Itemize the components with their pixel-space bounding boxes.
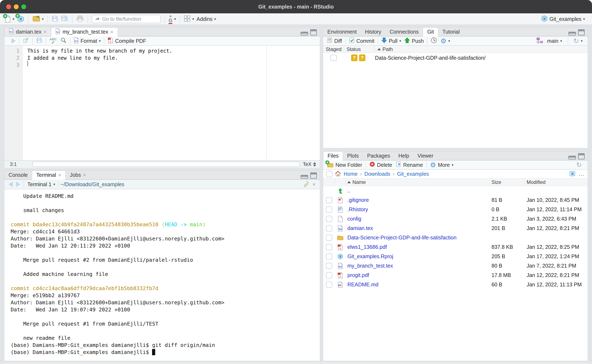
save-button[interactable] [50,14,60,24]
file-row[interactable]: Aelws1_13686.pdf837.8 KBJan 12, 2022, 8:… [323,242,588,252]
file-name-link[interactable]: README.md [346,282,490,288]
close-tab-icon[interactable]: × [43,29,47,34]
open-file-button[interactable]: ▾ [31,14,45,24]
breadcrumb-home[interactable]: Home [344,171,358,177]
tab-tutorial[interactable]: Tutorial [438,27,464,36]
delete-button[interactable]: Delete [368,161,394,169]
ellipsis-button[interactable]: ... [579,171,585,177]
file-type-selector[interactable]: TeX [303,161,320,167]
workspace-panes-button[interactable]: ▾ [183,14,195,24]
tab-viewer[interactable]: Viewer [413,151,438,160]
minimize-window-button[interactable] [14,4,19,9]
print-button[interactable] [75,14,85,24]
minimize-pane-button[interactable] [301,32,308,35]
breadcrumb-git-examples[interactable]: Git_examples [397,171,429,177]
spellcheck-button[interactable]: ABC✓ [48,38,59,45]
version-control-button[interactable]: +G ▾ [167,14,177,24]
file-checkbox[interactable] [326,254,332,260]
format-button[interactable]: TeX Format ▾ [72,37,103,45]
terminal-forward-button[interactable] [14,182,22,187]
tab-packages[interactable]: Packages [363,151,394,160]
maximize-pane-button[interactable] [578,29,585,35]
close-window-button[interactable] [6,4,11,9]
tab-my-branch-test-tex[interactable]: TeX my_branch_test.tex × [51,27,118,37]
maximize-pane-button[interactable] [578,153,585,159]
git-settings-button[interactable]: ⚙ ▾ [439,38,452,44]
popout-button[interactable] [21,37,31,45]
commit-button[interactable]: Commit [347,37,376,45]
close-tab-icon[interactable]: × [58,172,61,178]
column-staged[interactable]: Staged [323,46,344,52]
file-row[interactable]: Aprogit.pdf17.8 MBJan 12, 2022, 8:21 PM [323,271,588,280]
file-checkbox[interactable] [326,234,332,241]
new-file-button[interactable]: ▾ [3,14,16,24]
horizontal-scrollbar[interactable] [32,162,300,167]
save-all-button[interactable] [60,14,70,24]
history-button[interactable] [429,37,439,45]
file-checkbox[interactable] [326,197,332,203]
file-name-link[interactable]: my_branch_test.tex [346,263,490,269]
tab-terminal[interactable]: Terminal × [32,170,66,180]
column-status[interactable]: Status [344,46,375,52]
tab-connections[interactable]: Connections [386,27,423,36]
file-row[interactable]: Data-Science-Project-GDP-and-life-satisf… [323,233,588,242]
branch-selector[interactable]: main ▾ [545,38,564,44]
tab-plots[interactable]: Plots [343,151,363,160]
find-replace-button[interactable] [59,37,68,45]
goto-file-input[interactable]: Go to file/function [92,15,161,23]
tab-damian-tex[interactable]: TeX damian.tex × [4,27,51,36]
file-checkbox[interactable] [326,263,332,269]
project-selector[interactable]: R Git_examples ▾ [539,14,586,24]
diff-button[interactable]: Diff [325,37,344,45]
close-tab-icon[interactable]: × [110,29,113,35]
minimize-pane-button[interactable] [568,32,576,35]
addins-button[interactable]: Addins ▾ [195,14,217,24]
column-name[interactable]: Name [346,178,490,186]
tab-history[interactable]: History [361,27,386,36]
new-folder-button[interactable]: New Folder [325,162,364,168]
file-row[interactable]: RGit_examples.Rproj205 BJan 17, 2022, 1:… [323,252,588,261]
files-refresh-button[interactable]: ↻ [574,162,583,168]
push-button[interactable]: Push [403,37,425,45]
file-row[interactable]: config2.1 KBJan 3, 2022, 6:43 PM [323,214,588,224]
terminal-selector[interactable]: Terminal 1 ▾ [26,181,57,188]
compile-pdf-button[interactable]: A Compile PDF [106,37,148,45]
file-row[interactable]: .Rhistory0 BJan 12, 2022, 11:14 PM [323,205,588,214]
file-name-link[interactable]: damian.tex [346,225,490,231]
file-name-link[interactable]: .Rhistory [346,206,490,213]
zoom-window-button[interactable] [21,4,26,9]
new-project-button[interactable]: R [16,14,26,24]
file-name-link[interactable]: progit.pdf [346,272,490,278]
file-row[interactable]: .gitignore81 BJan 10, 2022, 8:45 PM [323,195,588,205]
tab-jobs[interactable]: Jobs × [66,170,90,179]
column-path[interactable]: Path [375,46,588,52]
file-row[interactable]: .. [323,186,588,195]
maximize-pane-button[interactable] [310,172,317,179]
rename-button[interactable]: Rename [394,161,425,169]
code-editor[interactable]: 1 This is my file in the new branch of m… [4,46,320,160]
file-name-link[interactable]: elws1_13686.pdf [346,244,490,250]
pull-button[interactable]: Pull ▾ [380,37,403,45]
file-name-link[interactable]: .gitignore [346,197,490,203]
minimize-pane-button[interactable] [301,175,308,179]
more-button[interactable]: ⚙ More ▾ [428,162,455,168]
file-checkbox[interactable] [326,206,332,213]
column-size[interactable]: Size [490,178,525,186]
maximize-pane-button[interactable] [310,29,317,35]
file-checkbox[interactable] [326,244,332,250]
close-tab-icon[interactable]: × [83,172,86,178]
file-row[interactable]: MDREADME.md60 BJan 12, 2022, 11:13 PM [323,280,588,289]
file-row[interactable]: TeXmy_branch_test.tex80 BJan 7, 2022, 8:… [323,261,588,271]
file-name-link[interactable]: Git_examples.Rproj [346,254,490,260]
file-checkbox[interactable] [326,216,332,222]
git-refresh-button[interactable]: ↻ ▾ [572,38,584,44]
terminal-back-button[interactable] [7,182,14,187]
forward-button[interactable] [10,38,17,44]
tab-environment[interactable]: Environment [323,27,361,36]
minimize-pane-button[interactable] [568,156,576,159]
file-name-link[interactable]: config [346,216,490,222]
staged-checkbox[interactable] [331,55,337,61]
save-source-button[interactable] [34,37,44,45]
file-name-link[interactable]: Data-Science-Project-GDP-and-life-satisf… [346,234,490,241]
back-button[interactable] [7,38,10,44]
